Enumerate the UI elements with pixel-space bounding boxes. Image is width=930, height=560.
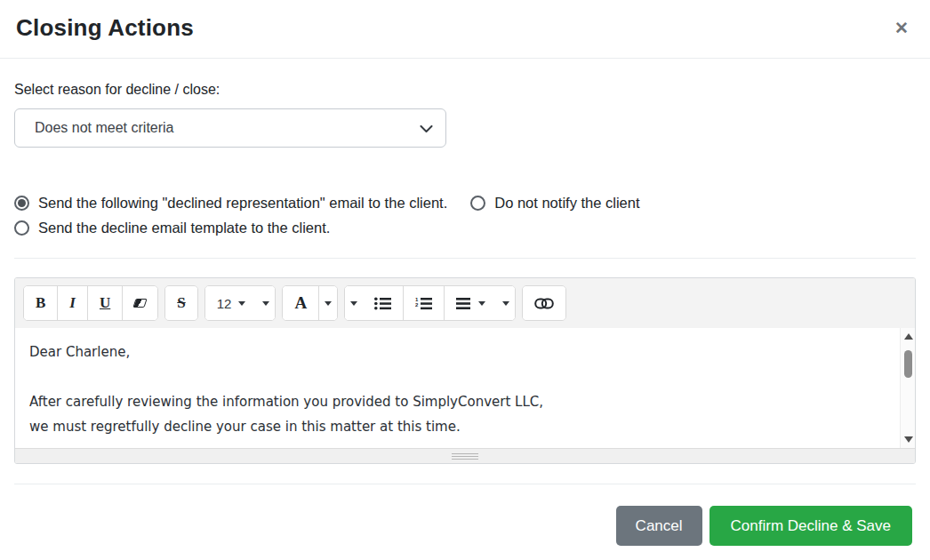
modal-header: Closing Actions ✕: [0, 0, 930, 59]
insert-group: [522, 285, 566, 321]
dropdown-caret-icon: [502, 301, 509, 309]
close-icon: ✕: [894, 19, 909, 37]
reason-label: Select reason for decline / close:: [14, 82, 916, 98]
grip-lines-icon: [452, 452, 478, 461]
underline-button[interactable]: U: [87, 286, 122, 320]
confirm-decline-save-button[interactable]: Confirm Decline & Save: [710, 506, 912, 546]
font-color-dropdown[interactable]: [318, 286, 337, 320]
triangle-down-icon: [904, 436, 913, 447]
font-size-group: 12: [204, 285, 277, 321]
notify-options: Send the following "declined representat…: [14, 190, 916, 240]
align-lines-icon: [456, 297, 471, 310]
editor-line: [29, 364, 888, 389]
strikethrough-group: S: [164, 285, 197, 321]
editor-line: After carefully reviewing the informatio…: [29, 389, 888, 414]
scroll-up-button[interactable]: [901, 330, 916, 344]
italic-button[interactable]: I: [57, 286, 87, 320]
unordered-list-button[interactable]: [363, 286, 403, 320]
font-color-button[interactable]: A: [283, 286, 318, 320]
dropdown-caret-icon: [325, 301, 332, 309]
divider: [14, 258, 916, 259]
font-size-unit-dropdown[interactable]: [257, 286, 275, 320]
svg-text:1: 1: [415, 297, 419, 302]
font-size-dropdown[interactable]: 12: [205, 286, 258, 320]
email-body-editor[interactable]: Dear Charlene, After carefully reviewing…: [15, 328, 915, 448]
editor-line: Dear Charlene,: [29, 340, 888, 364]
editor-scrollbar[interactable]: [900, 328, 915, 448]
modal-body: Select reason for decline / close: Does …: [0, 82, 930, 484]
radio-label: Do not notify the client: [494, 195, 639, 212]
dropdown-caret-icon: [350, 301, 357, 309]
dropdown-caret-icon: [262, 301, 269, 309]
font-size-value: 12: [217, 296, 232, 311]
svg-text:2: 2: [415, 302, 419, 308]
paragraph-align-dropdown[interactable]: [444, 286, 497, 320]
paragraph-group: 1 2: [344, 285, 516, 321]
eraser-icon: [133, 299, 148, 308]
chevron-down-icon: [420, 125, 433, 133]
radio-option-do-not-notify[interactable]: Do not notify the client: [470, 195, 639, 212]
scrollbar-thumb[interactable]: [904, 350, 912, 378]
page-title: Closing Actions: [16, 14, 194, 42]
chain-link-icon: [534, 298, 554, 309]
editor-line: we must regretfully decline your case in…: [29, 414, 888, 439]
radio-selected-icon[interactable]: [14, 196, 29, 211]
cancel-button[interactable]: Cancel: [616, 506, 702, 546]
clear-format-button[interactable]: [122, 286, 157, 320]
link-button[interactable]: [523, 286, 565, 320]
radio-label: Send the following "declined representat…: [38, 195, 447, 212]
radio-unselected-icon[interactable]: [470, 196, 485, 211]
rich-text-editor: B I U S 12: [14, 277, 916, 464]
reason-select[interactable]: Does not meet criteria: [14, 108, 446, 148]
line-height-dropdown[interactable]: [497, 286, 515, 320]
bullet-list-icon: [374, 297, 391, 310]
numbered-list-icon: 1 2: [415, 297, 432, 310]
editor-toolbar: B I U S 12: [15, 278, 915, 328]
reason-select-value: Does not meet criteria: [35, 120, 174, 136]
dropdown-caret-icon: [238, 301, 245, 309]
editor-resize-handle[interactable]: [15, 448, 915, 463]
radio-unselected-icon[interactable]: [14, 220, 29, 236]
bold-button[interactable]: B: [24, 286, 57, 320]
close-button[interactable]: ✕: [894, 14, 914, 36]
ordered-list-button[interactable]: 1 2: [403, 286, 444, 320]
font-style-group: B I U: [23, 285, 158, 321]
triangle-up-icon: [904, 329, 913, 340]
radio-option-send-template[interactable]: Send the decline email template to the c…: [14, 220, 330, 236]
dropdown-caret-icon: [478, 301, 485, 309]
list-style-dropdown[interactable]: [345, 286, 363, 320]
font-color-group: A: [282, 285, 338, 321]
radio-label: Send the decline email template to the c…: [38, 220, 330, 236]
scroll-down-button[interactable]: [901, 432, 916, 446]
radio-option-send-following-email[interactable]: Send the following "declined representat…: [14, 195, 447, 212]
modal-footer: Cancel Confirm Decline & Save: [0, 484, 930, 556]
strikethrough-button[interactable]: S: [165, 286, 196, 320]
